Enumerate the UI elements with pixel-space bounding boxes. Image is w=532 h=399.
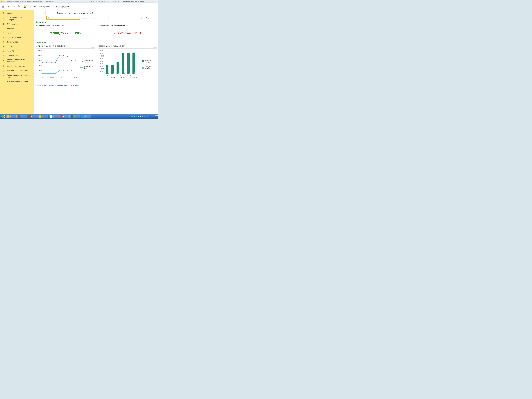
- chart-legend-2: Наш долг (просро…Наш долг (всего): [142, 50, 156, 79]
- taskbar-task-1[interactable]: О…: [17, 115, 27, 118]
- task-label: М…: [74, 116, 76, 117]
- kpi-menu-1[interactable]: ▾: [91, 24, 95, 27]
- tray-icon[interactable]: 🔊: [146, 116, 148, 117]
- start-button[interactable]: [0, 114, 6, 118]
- tray-icon[interactable]: [136, 116, 137, 117]
- sidebar-item-13[interactable]: Международный финансовый учет: [0, 73, 34, 79]
- taskbar-task-4[interactable]: М…: [49, 115, 59, 118]
- svg-text:900,00: 900,00: [100, 50, 104, 51]
- section-finance-2[interactable]: Финансы: [36, 41, 157, 44]
- tray-icon[interactable]: 🛡: [144, 116, 146, 117]
- sidebar-item-0[interactable]: Главное: [0, 11, 34, 15]
- user-icon: [123, 1, 125, 2]
- sidebar-item-14[interactable]: НСИ и администрирование: [0, 79, 34, 83]
- nav-forward-button[interactable]: →: [41, 11, 45, 15]
- filter-indicators-drop[interactable]: ▾: [74, 16, 77, 19]
- titlebar-m3-icon[interactable]: M-: [115, 0, 117, 2]
- tray-icon[interactable]: ◧: [140, 116, 141, 117]
- tray-icon[interactable]: ⚐: [142, 116, 143, 117]
- sidebar-item-11[interactable]: Внеоборотные активы: [0, 64, 34, 68]
- titlebar-zoom-icon[interactable]: ⊕: [118, 0, 120, 2]
- tray-lang[interactable]: RU: [131, 116, 133, 117]
- chart-menu-2[interactable]: ▾: [153, 44, 157, 48]
- titlebar-print-icon[interactable]: ⎙: [93, 0, 95, 2]
- svg-text:200,00: 200,00: [100, 68, 104, 70]
- sidebar-item-12[interactable]: Регламентированный учет: [0, 68, 34, 73]
- maximize-button[interactable]: ❐: [153, 1, 155, 2]
- kpi-menu-2[interactable]: ▾: [153, 24, 157, 27]
- system-tray[interactable]: RU ▮ ⏏ ◧ ⚐ 🛡 🔊 ▮ 16:47 22.10.2018: [131, 115, 158, 118]
- filter-state-combo[interactable]: Без учета состояния ▾ ×: [81, 16, 114, 20]
- taskbar-task-0[interactable]: 1…: [6, 115, 17, 118]
- tray-icon[interactable]: ▮: [149, 116, 150, 117]
- favorites-button[interactable]: ★: [6, 3, 11, 10]
- chart-menu-1[interactable]: ▾: [91, 44, 95, 48]
- taskbar-task-5[interactable]: P…: [59, 115, 70, 118]
- tray-clock[interactable]: 16:47 22.10.2018: [151, 115, 158, 118]
- section-finance-1[interactable]: Финансы: [36, 21, 157, 23]
- sidebar-item-label: Бюджетирование и планирование: [6, 17, 32, 21]
- prod-icon: [2, 41, 5, 43]
- help-button[interactable]: ?: [153, 16, 157, 20]
- titlebar-info-icon[interactable]: ⓘ: [144, 0, 146, 2]
- titlebar-dropdown2-icon[interactable]: ▾: [147, 0, 149, 2]
- sidebar-item-7[interactable]: Кадры: [0, 44, 34, 49]
- history-button[interactable]: ↻: [11, 3, 16, 10]
- sidebar-item-9[interactable]: Казначейство: [0, 53, 34, 58]
- tab-discussions[interactable]: Обсуждения: [53, 3, 72, 10]
- titlebar-copy-icon[interactable]: ❐: [101, 0, 103, 2]
- titlebar-m1-icon[interactable]: M: [109, 0, 111, 2]
- sidebar-item-10[interactable]: Финансовый результат и контроллинг: [0, 58, 34, 64]
- titlebar-new-icon[interactable]: ▦: [90, 0, 92, 2]
- more-button[interactable]: Еще ▾: [145, 16, 152, 20]
- taskbar-task-6[interactable]: М…: [70, 115, 80, 118]
- footer-help-link[interactable]: Как посмотреть показатели на смартфоне и…: [36, 84, 157, 86]
- svg-point-20: [51, 73, 52, 74]
- sidebar-item-5[interactable]: Склад и доставка: [0, 35, 34, 40]
- filter-indicators-clear[interactable]: ×: [77, 16, 80, 19]
- filter-indicators-combo[interactable]: Все ▾ ×: [46, 16, 80, 20]
- titlebar-m2-icon[interactable]: M+: [112, 0, 114, 2]
- sidebar-item-label: Казначейство: [6, 54, 18, 56]
- sidebar-item-3[interactable]: Продажи: [0, 26, 34, 31]
- taskbar-task-7[interactable]: Sk…: [81, 115, 91, 118]
- titlebar-save-icon[interactable]: ⬇: [98, 0, 100, 2]
- hr-icon: [2, 45, 5, 48]
- app-dropdown-icon[interactable]: ▾: [3, 1, 5, 2]
- close-button[interactable]: ✕: [156, 1, 158, 2]
- filter-state-drop[interactable]: ▾: [108, 16, 111, 19]
- tray-icon[interactable]: ▮: [134, 116, 135, 117]
- filter-state-clear[interactable]: ×: [111, 16, 114, 19]
- sidebar-item-1[interactable]: Бюджетирование и планирование: [0, 15, 34, 22]
- taskbar-task-3[interactable]: Д…: [38, 115, 48, 118]
- minimize-button[interactable]: —: [151, 1, 152, 2]
- titlebar-user[interactable]: Иванов Алексей Петрович: [123, 1, 144, 2]
- titlebar-preview-icon[interactable]: 🔍: [96, 0, 98, 2]
- svg-point-11: [51, 62, 52, 63]
- sidebar-item-2[interactable]: CRM и маркетинг: [0, 22, 34, 26]
- stock-icon: [2, 36, 5, 38]
- nav-back-button[interactable]: ←: [36, 11, 41, 15]
- task-label: К…: [31, 116, 33, 117]
- legend-line-icon: [80, 61, 83, 61]
- titlebar-panel-icon[interactable]: ◫: [120, 0, 122, 2]
- svg-rect-36: [106, 65, 108, 74]
- app-logo-icon: [0, 0, 2, 2]
- apps-grid-button[interactable]: ▦: [0, 3, 6, 10]
- crm-icon: [2, 23, 5, 25]
- svg-text:100,00: 100,00: [38, 65, 42, 66]
- tray-icon[interactable]: ⏏: [138, 116, 139, 117]
- sidebar-item-8[interactable]: Зарплата: [0, 49, 34, 53]
- notifications-button[interactable]: 🔔: [22, 3, 27, 10]
- sidebar-item-label: Продажи: [6, 27, 14, 29]
- task-label: О…: [21, 116, 23, 117]
- sidebar-item-4[interactable]: Закупки: [0, 31, 34, 35]
- titlebar-calc-icon[interactable]: ▤: [104, 0, 106, 2]
- tab-home[interactable]: Начальная страница: [27, 3, 53, 10]
- titlebar-cal-icon[interactable]: ▥: [107, 0, 109, 2]
- taskbar-task-2[interactable]: К…: [28, 115, 38, 118]
- search-button[interactable]: 🔍: [16, 3, 22, 10]
- sidebar-item-6[interactable]: Производство: [0, 40, 34, 44]
- print-button[interactable]: ⎙: [140, 16, 144, 20]
- filter-label: Показатели:: [36, 17, 45, 19]
